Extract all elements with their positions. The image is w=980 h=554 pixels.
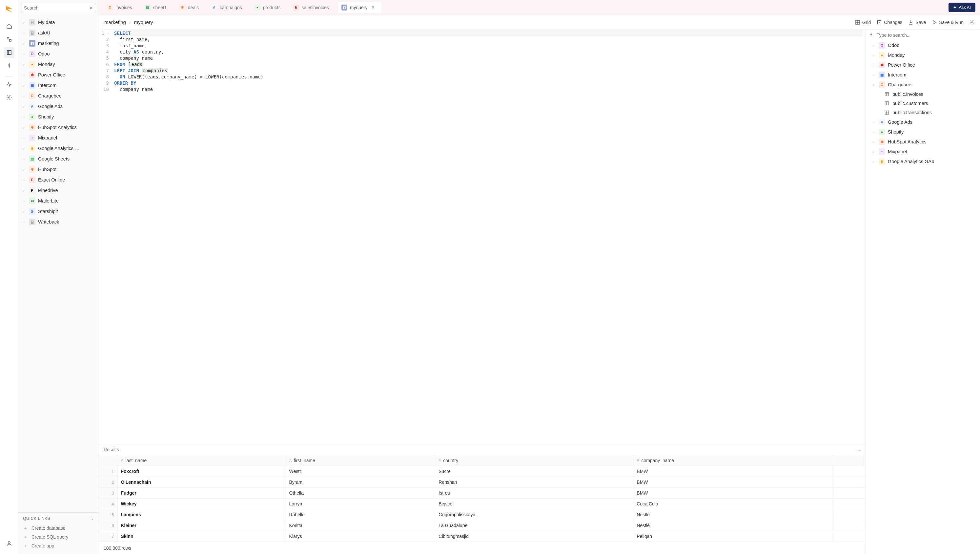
tab[interactable]: Cinvoices: [103, 2, 139, 13]
breadcrumb-parent[interactable]: marketing: [104, 19, 126, 25]
schema-source[interactable]: ▹●Monday: [865, 50, 980, 60]
save-button[interactable]: Save: [908, 20, 926, 25]
table-cell[interactable]: Lampens: [118, 509, 286, 520]
close-icon[interactable]: ✕: [371, 5, 375, 10]
schema-source[interactable]: ▹•Mixpanel: [865, 147, 980, 156]
schema-source[interactable]: ▿CChargebee: [865, 80, 980, 89]
column-header[interactable]: Afirst_name: [286, 455, 435, 466]
quick-link[interactable]: +Create database: [23, 524, 94, 532]
sidebar-item[interactable]: ▹▦Intercom: [18, 80, 99, 91]
schema-table[interactable]: public.customers: [865, 99, 980, 108]
table-cell[interactable]: Kleiner: [118, 520, 286, 531]
table-row[interactable]: 2O'LennachainByramRenshanBMW: [99, 477, 865, 488]
table-cell[interactable]: BMW: [633, 477, 834, 488]
table-cell[interactable]: BMW: [633, 488, 834, 498]
schema-source[interactable]: ▹✱Power Office: [865, 60, 980, 70]
schema-table[interactable]: public.invoices: [865, 89, 980, 99]
chevron-down-icon[interactable]: ⌄: [91, 516, 94, 521]
schema-search-input[interactable]: [877, 32, 977, 38]
table-cell[interactable]: Foxcroft: [118, 466, 286, 477]
sidebar-item[interactable]: ▹●Monday: [18, 59, 99, 70]
sidebar-item[interactable]: ▹▤Google Sheets: [18, 153, 99, 164]
quick-link[interactable]: +Create SQL query: [23, 532, 94, 541]
table-cell[interactable]: Peliqan: [633, 531, 834, 542]
sidebar-item[interactable]: ▹•Mixpanel: [18, 133, 99, 143]
nav-connections[interactable]: [4, 34, 14, 45]
search-clear-icon[interactable]: ✕: [89, 5, 93, 11]
table-row[interactable]: 4WickeyLorrynBejsceCoca Cola: [99, 498, 865, 509]
sidebar-item[interactable]: ▹⌸askAI: [18, 27, 99, 38]
nav-deploy[interactable]: [4, 61, 14, 71]
table-cell[interactable]: Coca Cola: [633, 498, 834, 509]
table-row[interactable]: 3FudgerOthellaIstresBMW: [99, 488, 865, 498]
table-cell[interactable]: Sucre: [435, 466, 633, 477]
schema-source[interactable]: ▹OOdoo: [865, 40, 980, 50]
column-header[interactable]: Acountry: [435, 455, 633, 466]
results-grid[interactable]: Alast_nameAfirst_nameAcountryAcompany_na…: [99, 455, 865, 542]
sidebar-item[interactable]: ▹⌸Writeback: [18, 217, 99, 227]
sidebar-item[interactable]: ▹✉MailerLite: [18, 196, 99, 206]
sidebar-item[interactable]: ▹SStarshipit: [18, 206, 99, 217]
nav-account[interactable]: [4, 538, 14, 549]
table-cell[interactable]: Grigoropolisskaya: [435, 509, 633, 520]
column-header[interactable]: Alast_name: [118, 455, 286, 466]
sidebar-item[interactable]: ▹⌸My data: [18, 17, 99, 27]
sidebar-item[interactable]: ▹✱HubSpot: [18, 164, 99, 175]
search-input[interactable]: [24, 5, 89, 11]
table-cell[interactable]: Skinn: [118, 531, 286, 542]
sidebar-item[interactable]: ▹ΛGoogle Ads: [18, 101, 99, 112]
sidebar-item[interactable]: ▹✱HubSpot Analytics: [18, 122, 99, 133]
chevron-down-icon[interactable]: ⌄: [857, 447, 861, 452]
table-cell[interactable]: Rahelle: [286, 509, 435, 520]
changes-button[interactable]: Changes: [877, 20, 902, 25]
table-cell[interactable]: Lorryn: [286, 498, 435, 509]
schema-source[interactable]: ▹ΛGoogle Ads: [865, 117, 980, 127]
table-cell[interactable]: La Guadalupe: [435, 520, 633, 531]
sidebar-item[interactable]: ▹EExact Online: [18, 175, 99, 185]
table-cell[interactable]: Istres: [435, 488, 633, 498]
table-cell[interactable]: Byram: [286, 477, 435, 488]
table-cell[interactable]: Wickey: [118, 498, 286, 509]
table-cell[interactable]: Nestlé: [633, 520, 834, 531]
table-cell[interactable]: Westt: [286, 466, 435, 477]
sidebar-item[interactable]: ▹✱Power Office: [18, 70, 99, 80]
tab[interactable]: Esalesinvoices: [290, 2, 336, 13]
table-cell[interactable]: O'Lennachain: [118, 477, 286, 488]
sidebar-item[interactable]: ▹●Shopify: [18, 112, 99, 122]
quick-link[interactable]: +Create app: [23, 541, 94, 550]
tab[interactable]: Λcampaigns: [208, 2, 248, 13]
schema-source[interactable]: ▹✱HubSpot Analytics: [865, 137, 980, 147]
schema-source[interactable]: ▹▦Intercom: [865, 70, 980, 80]
sql-editor[interactable]: 1 ▾2345678910 SELECT first_name, last_na…: [99, 30, 865, 444]
search-box[interactable]: ✕: [21, 3, 96, 13]
table-row[interactable]: 5LampensRahelleGrigoropolisskayaNestlé: [99, 509, 865, 520]
sidebar-item[interactable]: ▹OOdoo: [18, 49, 99, 59]
tab[interactable]: ◧myquery✕: [338, 2, 382, 13]
pin-icon[interactable]: [869, 32, 873, 38]
grid-button[interactable]: Grid: [855, 20, 871, 25]
table-row[interactable]: 1FoxcroftWesttSucreBMW: [99, 466, 865, 477]
table-cell[interactable]: BMW: [633, 466, 834, 477]
ask-ai-button[interactable]: ✦ Ask AI: [948, 3, 975, 12]
table-cell[interactable]: Nestlé: [633, 509, 834, 520]
table-cell[interactable]: Cibitungmasjid: [435, 531, 633, 542]
table-cell[interactable]: Bejsce: [435, 498, 633, 509]
sidebar-item[interactable]: ▹PPipedrive: [18, 185, 99, 196]
table-cell[interactable]: Fudger: [118, 488, 286, 498]
table-cell[interactable]: Renshan: [435, 477, 633, 488]
table-row[interactable]: 7SkinnKlarysCibitungmasjidPeliqan: [99, 531, 865, 542]
tab[interactable]: ▤sheet1: [142, 2, 173, 13]
sidebar-item[interactable]: ▹◧marketing: [18, 38, 99, 49]
table-cell[interactable]: Koritta: [286, 520, 435, 531]
save-run-button[interactable]: Save & Run: [932, 20, 964, 25]
nav-settings[interactable]: [4, 92, 14, 103]
nav-activity[interactable]: [4, 79, 14, 89]
sidebar-item[interactable]: ▹▮Google Analytics …: [18, 143, 99, 153]
sidebar-item[interactable]: ▹CChargebee: [18, 91, 99, 101]
table-cell[interactable]: Othella: [286, 488, 435, 498]
nav-home[interactable]: [4, 21, 14, 32]
table-row[interactable]: 6KleinerKorittaLa GuadalupeNestlé: [99, 520, 865, 531]
table-cell[interactable]: Klarys: [286, 531, 435, 542]
tab[interactable]: ✱deals: [176, 2, 205, 13]
schema-table[interactable]: public.transactions: [865, 108, 980, 117]
